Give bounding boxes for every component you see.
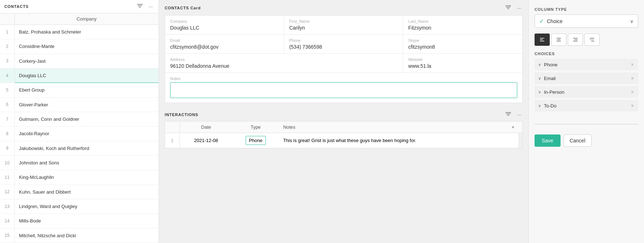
choice-label: In-Person bbox=[544, 89, 627, 95]
notes-label: Notes bbox=[170, 76, 517, 81]
choice-chevron-icon: ∨ bbox=[538, 76, 541, 81]
table-row[interactable]: 10 Johnston and Sons bbox=[0, 155, 159, 170]
address-field: Address 96120 Delladonna Avenue bbox=[165, 54, 403, 72]
table-row[interactable]: 11 King-McLaughlin bbox=[0, 170, 159, 185]
table-row[interactable]: 13 Lindgren, Ward and Quigley bbox=[0, 199, 159, 213]
phone-field: Phone (534) 7366598 bbox=[284, 35, 403, 53]
website-value: www.51.la bbox=[408, 63, 517, 69]
email-value: cfitzsymon8@dot.gov bbox=[170, 44, 279, 50]
choice-remove-btn[interactable]: × bbox=[630, 89, 635, 95]
middle-panel: CONTACTS Card ··· Company Douglas LLC Fi… bbox=[159, 0, 528, 243]
card-header: CONTACTS Card ··· bbox=[165, 4, 523, 12]
contacts-panel: CONTACTS ··· Company 1 Batz, Prohaska an… bbox=[0, 0, 159, 243]
table-row[interactable]: 12 Kuhn, Sauer and Dibbert bbox=[0, 185, 159, 199]
company-cell: Jacobi-Raynor bbox=[14, 127, 159, 141]
card-body: Company Douglas LLC First_Name Carilyn L… bbox=[165, 15, 523, 103]
phone-label: Phone bbox=[289, 38, 398, 43]
address-label: Address bbox=[170, 57, 398, 62]
choice-remove-btn[interactable]: × bbox=[630, 75, 635, 81]
choices-section: CHOICES ∨ Phone × ∨ Email × ∨ In-Person … bbox=[535, 52, 638, 129]
skype-field: Skype cfitzsymon8 bbox=[403, 35, 522, 53]
company-cell: Lindgren, Ward and Quigley bbox=[14, 199, 159, 213]
int-add-cell bbox=[507, 133, 519, 148]
phone-value: (534) 7366598 bbox=[289, 44, 398, 50]
company-cell: Jakubowski, Koch and Rutherford bbox=[14, 141, 159, 155]
choice-remove-btn[interactable]: × bbox=[630, 103, 635, 109]
website-label: Website bbox=[408, 57, 517, 62]
save-button[interactable]: Save bbox=[535, 134, 561, 147]
website-field: Website www.51.la bbox=[403, 54, 522, 72]
notes-input[interactable] bbox=[170, 82, 517, 98]
table-row[interactable]: 3 Corkery-Jast bbox=[0, 54, 159, 68]
interactions-filter-btn[interactable] bbox=[504, 111, 513, 118]
list-item[interactable]: ∨ Phone × bbox=[535, 59, 638, 70]
row-number: 13 bbox=[0, 199, 14, 213]
lastname-label: Last_Name bbox=[408, 19, 517, 23]
column-type-label: COLUMN TYPE bbox=[535, 7, 638, 12]
table-row[interactable]: 14 Mills-Bode bbox=[0, 214, 159, 228]
list-item[interactable]: ∨ In-Person × bbox=[535, 86, 638, 98]
contacts-header: CONTACTS ··· bbox=[0, 0, 159, 13]
align-right-btn[interactable] bbox=[568, 34, 583, 46]
table-row[interactable]: 8 Jacobi-Raynor bbox=[0, 127, 159, 141]
lastname-value: Fitzsymon bbox=[408, 25, 517, 31]
interactions-filter-icon bbox=[505, 112, 511, 117]
int-add-col[interactable]: + bbox=[507, 122, 519, 133]
align-justify-btn[interactable] bbox=[584, 34, 600, 46]
column-type-select[interactable]: ✓ Choice ∨ bbox=[535, 14, 638, 28]
choice-input-row bbox=[535, 114, 638, 124]
int-type-cell: Phone bbox=[233, 133, 279, 148]
table-row[interactable]: 4 Douglas LLC bbox=[0, 68, 159, 83]
column-type-value: Choice bbox=[547, 18, 630, 24]
firstname-value: Carilyn bbox=[289, 25, 398, 31]
company-cell: Gutmann, Conn and Goldner bbox=[14, 112, 159, 126]
card-row-3: Address 96120 Delladonna Avenue Website … bbox=[165, 54, 522, 73]
card-row-1: Company Douglas LLC First_Name Carilyn L… bbox=[165, 16, 522, 35]
int-scroll-col bbox=[519, 122, 522, 133]
table-row[interactable]: 9 Jakubowski, Koch and Rutherford bbox=[0, 141, 159, 155]
choice-remove-btn[interactable]: × bbox=[630, 62, 635, 67]
choice-chevron-icon: ∨ bbox=[538, 103, 541, 108]
chevron-down-icon: ∨ bbox=[630, 18, 634, 24]
skype-label: Skype bbox=[408, 38, 517, 43]
choice-label: Phone bbox=[544, 62, 627, 67]
int-date-cell: 2021-12-08 bbox=[180, 133, 233, 148]
cancel-button[interactable]: Cancel bbox=[563, 134, 592, 147]
company-cell: Mills-Bode bbox=[14, 214, 159, 228]
table-row[interactable]: 5 Ebert Group bbox=[0, 83, 159, 97]
interactions-body: Date Type Notes + 1 2021-12-08 Phone Thi… bbox=[165, 121, 523, 149]
align-left-btn[interactable] bbox=[535, 34, 550, 46]
table-row[interactable]: 15 Mitchell, Nitzsche and Dicki bbox=[0, 228, 159, 243]
row-number: 10 bbox=[0, 155, 14, 170]
interactions-more-btn[interactable]: ··· bbox=[515, 111, 523, 118]
contacts-more-btn[interactable]: ··· bbox=[147, 3, 154, 10]
int-row-num: 1 bbox=[165, 133, 180, 148]
card-filter-btn[interactable] bbox=[504, 5, 513, 11]
column-type-section: COLUMN TYPE ✓ Choice ∨ bbox=[535, 7, 638, 28]
contacts-company-col: Company bbox=[14, 13, 159, 25]
card-more-btn[interactable]: ··· bbox=[515, 4, 523, 12]
align-justify-icon bbox=[589, 37, 595, 42]
table-row[interactable]: 1 2021-12-08 Phone This is great! Grist … bbox=[165, 133, 522, 148]
contacts-num-col bbox=[0, 13, 14, 25]
contacts-title: CONTACTS bbox=[4, 4, 133, 9]
skype-value: cfitzsymon8 bbox=[408, 44, 517, 50]
right-panel: COLUMN TYPE ✓ Choice ∨ bbox=[528, 0, 644, 243]
company-cell: Johnston and Sons bbox=[14, 155, 159, 170]
new-choice-input[interactable] bbox=[535, 116, 638, 123]
table-row[interactable]: 6 Glover-Parker bbox=[0, 97, 159, 112]
table-row[interactable]: 2 Considine-Mante bbox=[0, 39, 159, 54]
contacts-filter-btn[interactable] bbox=[135, 3, 144, 10]
list-item[interactable]: ∨ Email × bbox=[535, 72, 638, 84]
table-row[interactable]: 1 Batz, Prohaska and Schmeler bbox=[0, 25, 159, 39]
int-notes-cell: This is great! Grist is just what these … bbox=[279, 133, 507, 148]
email-field: Email cfitzsymon8@dot.gov bbox=[165, 35, 284, 53]
more-icon: ··· bbox=[148, 4, 153, 9]
firstname-field: First_Name Carilyn bbox=[284, 16, 403, 34]
list-item[interactable]: ∨ To-Do × bbox=[535, 100, 638, 111]
company-cell: Douglas LLC bbox=[14, 68, 159, 83]
align-center-btn[interactable] bbox=[551, 34, 566, 46]
table-row[interactable]: 7 Gutmann, Conn and Goldner bbox=[0, 112, 159, 126]
int-notes-col: Notes bbox=[279, 122, 507, 133]
interactions-more-icon: ··· bbox=[517, 112, 521, 118]
